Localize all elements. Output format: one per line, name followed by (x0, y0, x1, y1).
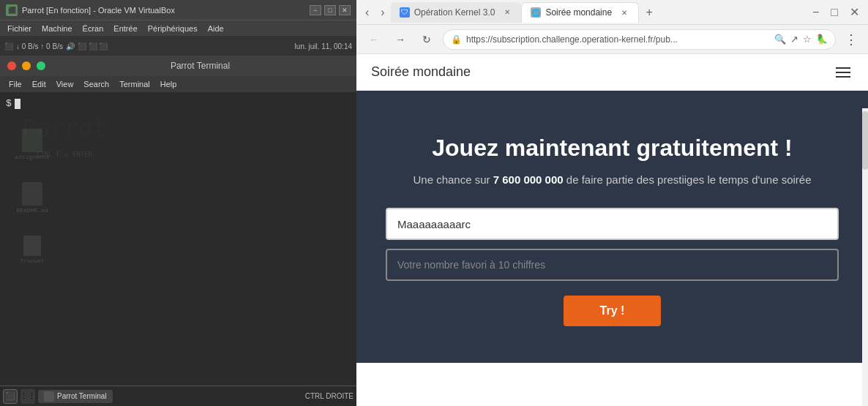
hamburger-menu[interactable] (833, 64, 853, 80)
vm-network-stats: ↓ 0 B/s ↑ 0 B/s (16, 42, 63, 50)
browser-maximize-button[interactable]: □ (828, 6, 841, 19)
vm-audio-icon: 🔊 (66, 42, 75, 50)
file-icon-2: README.md (15, 182, 50, 214)
vbox-menu-entree[interactable]: Entrée (109, 23, 141, 34)
file-icon-3: Trouver (15, 236, 50, 264)
browser-tab-1[interactable]: 🛡 Opération Kernel 3.0 ✕ (391, 2, 522, 23)
terminal-maximize-dot[interactable] (37, 61, 45, 70)
number-input[interactable] (386, 249, 839, 281)
terminal-menu-terminal[interactable]: Terminal (115, 78, 154, 90)
vm-clock: lun. juil. 11, 00:14 (295, 42, 352, 50)
browser-tab-2[interactable]: 🌐 Soirée mondaine ✕ (521, 2, 639, 23)
terminal-menu-edit[interactable]: Edit (28, 78, 50, 90)
terminal-close-dot[interactable] (7, 61, 16, 70)
browser-window: ‹ › 🛡 Opération Kernel 3.0 ✕ 🌐 Soirée mo… (356, 0, 868, 406)
prompt-symbol: $ (6, 98, 12, 109)
new-tab-button[interactable]: + (639, 2, 659, 23)
address-bar[interactable]: 🔒 https://subscription.challenge.operati… (443, 29, 836, 50)
taskbar-start-icon[interactable]: ⬛ (3, 389, 18, 404)
browser-menu-button[interactable]: ⋮ (842, 31, 861, 48)
vbox-app-icon: ⬛ (6, 4, 18, 16)
subtitle-prefix: Une chance sur (413, 173, 493, 186)
terminal-menu-file[interactable]: File (4, 78, 26, 90)
terminal-menu-help[interactable]: Help (156, 78, 182, 90)
browser-minimize-button[interactable]: − (809, 6, 822, 19)
secure-icon: 🔒 (451, 34, 462, 45)
tab2-label: Soirée mondaine (545, 7, 612, 18)
hamburger-line-1 (836, 67, 850, 69)
vbox-close-button[interactable]: ✕ (339, 5, 351, 15)
site-title: Soirée mondaine (371, 64, 833, 80)
vbox-menubar: Fichier Machine Écran Entrée Périphériqu… (0, 20, 356, 37)
taskbar-right: CTRL DROITE (305, 392, 353, 400)
vbox-titlebar: ⬛ Parrot [En fonction] - Oracle VM Virtu… (0, 0, 356, 20)
browser-tabs: 🛡 Opération Kernel 3.0 ✕ 🌐 Soirée mondai… (391, 2, 807, 23)
faint-text-1: CTRL F = ENTER (37, 151, 92, 158)
address-actions: 🔍 ↗ ☆ 🦜 (774, 34, 828, 45)
share-icon[interactable]: ↗ (790, 34, 798, 45)
vbox-menu-peripheriques[interactable]: Périphériques (143, 23, 202, 34)
terminal-menu-view[interactable]: View (52, 78, 78, 90)
back-button[interactable]: ← (364, 29, 384, 50)
terminal-cursor (15, 99, 20, 109)
hamburger-line-3 (836, 76, 850, 78)
browser-titlebar: ‹ › 🛡 Opération Kernel 3.0 ✕ 🌐 Soirée mo… (356, 0, 868, 25)
browser-nav-chevron-left[interactable]: ‹ (362, 6, 372, 19)
vbox-maximize-button[interactable]: □ (324, 5, 336, 15)
vm-status-icon: ⬛ (4, 42, 13, 50)
browser-close-button[interactable]: ✕ (847, 5, 862, 19)
hamburger-line-2 (836, 72, 850, 73)
taskbar: ⬛ ⋮⋮ Parrot Terminal CTRL DROITE (0, 386, 356, 406)
refresh-button[interactable]: ↻ (416, 29, 437, 50)
terminal-titlebar: Parrot Terminal (0, 56, 356, 76)
terminal-minimize-dot[interactable] (22, 61, 31, 70)
hero-subtitle: Une chance sur 7 600 000 000 de faire pa… (386, 173, 839, 186)
browser-navbar: ← → ↻ 🔒 https://subscription.challenge.o… (356, 25, 868, 54)
browser-window-buttons: − □ ✕ (809, 5, 862, 19)
search-address-icon[interactable]: 🔍 (774, 34, 786, 45)
taskbar-app-label: Parrot Terminal (57, 392, 107, 400)
vbox-menu-fichier[interactable]: Fichier (3, 23, 36, 34)
site-topbar: Soirée mondaine (356, 54, 868, 91)
taskbar-apps-icon[interactable]: ⋮⋮ (20, 389, 35, 404)
subtitle-suffix: de faire partie des prestiiges le temps … (564, 173, 812, 186)
try-button[interactable]: Try ! (564, 296, 662, 326)
extension-icon[interactable]: 🦜 (816, 34, 828, 45)
terminal-content[interactable]: Parrot assignment README.md Trouver CTRL… (0, 92, 356, 406)
taskbar-terminal-app[interactable]: Parrot Terminal (38, 390, 113, 403)
subtitle-number: 7 600 000 000 (493, 173, 564, 186)
taskbar-terminal-icon (44, 391, 54, 402)
scroll-thumb[interactable] (862, 111, 868, 170)
tab2-close-button[interactable]: ✕ (619, 7, 629, 18)
tab1-close-button[interactable]: ✕ (502, 7, 512, 18)
vbox-menu-ecran[interactable]: Écran (78, 23, 108, 34)
address-text: https://subscription.challenge.operation… (466, 34, 770, 45)
browser-content[interactable]: Soirée mondaine Jouez maintenant gratuit… (356, 54, 868, 406)
hero-title: Jouez maintenant gratuitement ! (386, 135, 839, 162)
vm-toolbar: ⬛ ↓ 0 B/s ↑ 0 B/s 🔊 ⬛ ⬛ ⬛ lun. juil. 11,… (0, 37, 356, 56)
vbox-menu-machine[interactable]: Machine (37, 23, 77, 34)
signup-form: Try ! (386, 208, 839, 326)
bookmark-icon[interactable]: ☆ (803, 34, 812, 45)
name-input[interactable] (386, 208, 839, 240)
terminal-menu: File Edit View Search Terminal Help (0, 76, 356, 92)
taskbar-ctrl-text: CTRL DROITE (305, 392, 353, 400)
browser-left-nav: ‹ › (362, 6, 388, 19)
virtualbox-window: ⬛ Parrot [En fonction] - Oracle VM Virtu… (0, 0, 356, 406)
vbox-window-controls: − □ ✕ (310, 5, 351, 15)
vbox-window-title: Parrot [En fonction] - Oracle VM Virtual… (22, 6, 305, 15)
vbox-menu-aide[interactable]: Aide (203, 23, 228, 34)
terminal-title: Parrot Terminal (51, 61, 349, 71)
scrollbar[interactable] (862, 108, 868, 406)
terminal-menu-search[interactable]: Search (79, 78, 113, 90)
browser-nav-chevron-right[interactable]: › (378, 6, 387, 19)
tab2-favicon: 🌐 (531, 7, 541, 18)
vm-icons: ⬛ ⬛ ⬛ (78, 42, 108, 50)
tab1-favicon: 🛡 (400, 7, 410, 18)
hero-section: Jouez maintenant gratuitement ! Une chan… (356, 91, 868, 363)
tab1-label: Opération Kernel 3.0 (414, 7, 495, 18)
terminal-prompt[interactable]: $ (6, 98, 351, 109)
vbox-minimize-button[interactable]: − (310, 5, 321, 15)
forward-button[interactable]: → (390, 29, 411, 50)
